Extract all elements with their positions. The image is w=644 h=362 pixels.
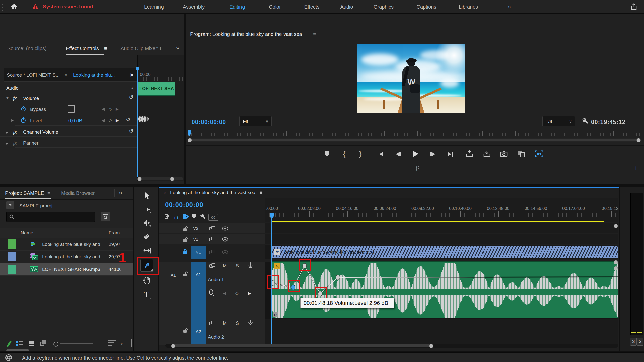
step-forward-button[interactable] bbox=[430, 151, 437, 157]
track-target-v2[interactable]: V2 bbox=[193, 237, 198, 242]
solo-left-button[interactable]: S bbox=[630, 338, 637, 346]
label-swatch[interactable] bbox=[8, 265, 16, 274]
captions-toggle[interactable]: CC bbox=[208, 214, 218, 221]
razor-tool[interactable] bbox=[141, 231, 152, 243]
tab-media-browser[interactable]: Media Browser bbox=[61, 191, 95, 196]
timeline-tab-close-icon[interactable]: × bbox=[164, 190, 166, 195]
solo-track-a2[interactable]: S bbox=[236, 321, 239, 326]
volume-effect-label[interactable]: Volume bbox=[23, 96, 39, 101]
volume-expand-icon[interactable]: ▼ bbox=[6, 96, 9, 100]
clip-fx-badge[interactable]: fx bbox=[274, 249, 280, 255]
timeline-v-scroll-handle[interactable] bbox=[614, 266, 618, 270]
step-back-button[interactable] bbox=[394, 151, 401, 157]
proxies-toggle-button[interactable] bbox=[535, 150, 543, 157]
sync-lock-icon[interactable] bbox=[209, 226, 215, 231]
level-keyframe-cluster[interactable] bbox=[138, 116, 150, 123]
timeline-h-scrollbar-thumb[interactable] bbox=[172, 344, 433, 347]
volume-keyframe[interactable] bbox=[336, 275, 340, 280]
panner-label[interactable]: Panner bbox=[23, 141, 38, 145]
solo-right-button[interactable]: S bbox=[637, 338, 643, 346]
track-v3-content[interactable] bbox=[265, 223, 618, 233]
panel-overflow-icon[interactable]: » bbox=[176, 45, 179, 51]
activity-indicator-icon[interactable] bbox=[5, 354, 12, 361]
mini-zoom-handle-left[interactable] bbox=[137, 177, 142, 181]
program-scrollbar[interactable] bbox=[188, 138, 640, 142]
project-row-audio-selected[interactable]: LOFI NEXT SHARING.mp3 44100 bbox=[0, 263, 133, 276]
effect-controls-menu-icon[interactable]: ≡ bbox=[104, 46, 107, 51]
hand-tool[interactable] bbox=[141, 275, 152, 286]
icon-view-button[interactable] bbox=[28, 340, 35, 347]
panel-gutter[interactable] bbox=[0, 184, 644, 187]
sync-lock-icon[interactable] bbox=[209, 320, 215, 326]
workspace-tab-effects[interactable]: Effects bbox=[304, 4, 320, 9]
track-name-a2[interactable]: Audio 2 bbox=[208, 335, 224, 339]
column-frame-rate[interactable]: Fram bbox=[109, 230, 120, 235]
timeline-v-scroll-handle[interactable] bbox=[614, 260, 618, 264]
freeform-view-button[interactable] bbox=[40, 340, 47, 347]
tab-effect-controls[interactable]: Effect Controls bbox=[66, 46, 99, 51]
timeline-scroll-handle-right[interactable] bbox=[429, 344, 433, 348]
label-swatch[interactable] bbox=[8, 239, 16, 249]
slip-tool[interactable] bbox=[141, 245, 152, 256]
column-name[interactable]: Name bbox=[21, 230, 33, 235]
ripple-edit-tool[interactable] bbox=[141, 217, 152, 229]
mini-playhead-line[interactable] bbox=[137, 67, 138, 177]
track-target-a2-button[interactable]: A2 bbox=[191, 319, 206, 345]
add-marker-button[interactable] bbox=[324, 151, 330, 157]
add-marker-icon[interactable] bbox=[192, 213, 197, 219]
button-editor-plus[interactable]: + bbox=[634, 165, 638, 172]
next-clip-icon[interactable]: ▶ bbox=[131, 73, 134, 77]
workspace-editing-menu-icon[interactable]: ≡ bbox=[250, 4, 253, 9]
mini-zoom-scrollbar[interactable] bbox=[138, 177, 183, 180]
track-v2-content[interactable] bbox=[265, 234, 618, 244]
system-issues-warning[interactable]: System issues found bbox=[32, 3, 93, 11]
timeline-v-scroll-handle-top[interactable] bbox=[614, 224, 618, 228]
mini-timeline-clip[interactable]: LOFI NEXT SHA bbox=[138, 82, 175, 96]
panner-expand-icon[interactable]: ▶ bbox=[6, 142, 8, 145]
workspace-tab-assembly[interactable]: Assembly bbox=[183, 4, 205, 9]
timeline-timecode[interactable]: 00:00:00:00 bbox=[165, 201, 204, 208]
mark-in-button[interactable]: { bbox=[343, 150, 345, 157]
drag-video-audio-icon[interactable]: ♯ bbox=[416, 165, 419, 171]
channel-volume-reset-icon[interactable]: ↺ bbox=[129, 128, 133, 134]
play-button[interactable] bbox=[412, 150, 419, 158]
extract-button[interactable] bbox=[483, 150, 491, 157]
target-clip-label[interactable]: Looking at the blu... bbox=[73, 73, 115, 77]
section-collapse-icon[interactable]: ▲ bbox=[130, 86, 134, 90]
timeline-scroll-handle-left[interactable] bbox=[171, 344, 175, 348]
next-keyframe-icon[interactable]: ▶ bbox=[248, 291, 251, 295]
sort-button[interactable] bbox=[108, 340, 116, 346]
workspace-tab-color[interactable]: Color bbox=[269, 4, 281, 9]
program-scrollbar-thumb[interactable] bbox=[191, 139, 637, 141]
linked-selection-icon[interactable] bbox=[183, 213, 190, 220]
sync-lock-icon[interactable] bbox=[209, 237, 215, 242]
home-button[interactable] bbox=[10, 3, 19, 11]
search-input[interactable] bbox=[6, 212, 95, 222]
bypass-checkbox[interactable] bbox=[68, 105, 75, 113]
mute-track-a2[interactable]: M bbox=[223, 321, 227, 326]
program-scroll-handle-left[interactable] bbox=[188, 138, 192, 142]
channel-volume-expand-icon[interactable]: ▶ bbox=[6, 131, 8, 134]
timeline-h-scrollbar[interactable] bbox=[165, 344, 618, 348]
level-expand-icon[interactable]: ▶ bbox=[11, 119, 14, 122]
sync-lock-icon[interactable] bbox=[209, 263, 215, 268]
project-row-video[interactable]: Looking at the blue sky and 29,97 bbox=[0, 250, 133, 263]
volume-reset-icon[interactable]: ↺ bbox=[129, 95, 133, 100]
level-reset-icon[interactable]: ↺ bbox=[126, 117, 130, 123]
export-frame-button[interactable] bbox=[500, 150, 508, 157]
zoom-slider-track[interactable] bbox=[60, 343, 93, 344]
workspace-tab-libraries[interactable]: Libraries bbox=[459, 4, 478, 9]
timeline-menu-icon[interactable]: ≡ bbox=[260, 190, 262, 195]
panel-gutter[interactable] bbox=[184, 14, 186, 184]
section-audio-header[interactable]: Audio bbox=[6, 86, 19, 90]
mini-ruler-ticks[interactable] bbox=[138, 77, 183, 81]
track-name-a1[interactable]: Audio 1 bbox=[208, 277, 224, 282]
go-to-out-button[interactable] bbox=[447, 151, 454, 157]
tab-source-monitor[interactable]: Source: (no clips) bbox=[7, 46, 47, 51]
nest-settings-icon[interactable] bbox=[164, 213, 171, 220]
workspace-tab-editing[interactable]: Editing bbox=[229, 4, 245, 9]
program-timecode[interactable]: 00:00:00:00 bbox=[192, 119, 226, 125]
level-prev-keyframe-icon[interactable]: ◀ bbox=[102, 118, 105, 123]
comparison-view-button[interactable] bbox=[517, 150, 525, 157]
prev-keyframe-icon[interactable]: ◀ bbox=[223, 291, 226, 295]
